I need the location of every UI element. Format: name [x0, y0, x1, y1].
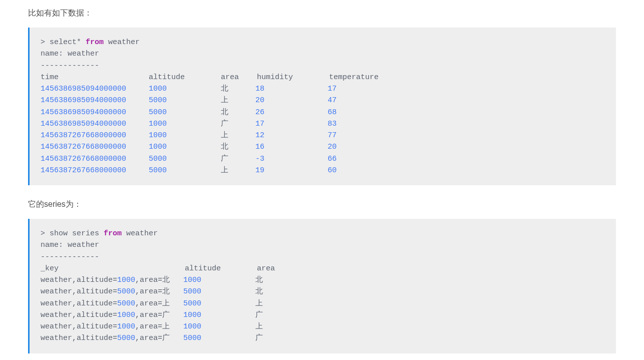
code-block-2: > show series from weather name: weather…: [28, 219, 616, 353]
code-pre-1: > select* from weather name: weather ---…: [41, 37, 605, 176]
code-pre-2: > show series from weather name: weather…: [41, 228, 605, 344]
intro-paragraph-2: 它的series为：: [28, 199, 616, 210]
intro-paragraph-1: 比如有如下数据：: [28, 8, 616, 19]
code-block-1: > select* from weather name: weather ---…: [28, 28, 616, 185]
